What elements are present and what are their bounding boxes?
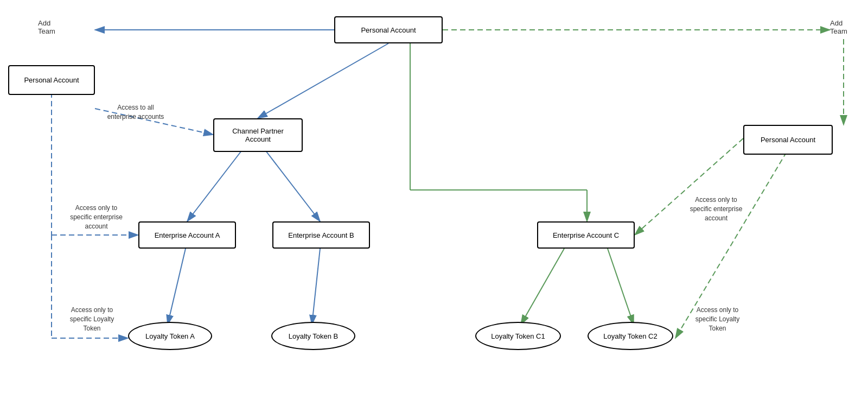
personal-account-right: Personal Account [743, 125, 833, 155]
label-access-specific-loyalty-right: Access only tospecific LoyaltyToken [675, 306, 760, 333]
enterprise-account-b: Enterprise Account B [272, 221, 370, 249]
enterprise-account-a: Enterprise Account A [138, 221, 236, 249]
label-access-specific-loyalty-left: Access only tospecific LoyaltyToken [50, 306, 134, 333]
arrow-ent-b-to-loyalty-b [312, 249, 320, 325]
loyalty-token-c1: Loyalty Token C1 [475, 322, 561, 350]
loyalty-token-b: Loyalty Token B [271, 322, 355, 350]
add-team-left-label: AddTeam [38, 19, 55, 35]
arrow-channel-to-ent-a [187, 151, 241, 221]
personal-account-top: Personal Account [334, 16, 443, 43]
arrow-personal-to-channel [258, 43, 388, 118]
arrow-channel-to-ent-b [266, 151, 320, 221]
enterprise-account-c: Enterprise Account C [537, 221, 635, 249]
label-access-all-enterprise: Access to allenterprise accounts [92, 103, 179, 122]
green-ent-c-to-c1 [521, 249, 564, 325]
channel-partner-account: Channel PartnerAccount [213, 118, 303, 152]
loyalty-token-c2: Loyalty Token C2 [588, 322, 673, 350]
green-ent-c-to-c2 [608, 249, 634, 325]
label-access-specific-enterprise-right: Access only tospecific enterpriseaccount [673, 195, 760, 223]
loyalty-token-a: Loyalty Token A [128, 322, 212, 350]
label-access-specific-enterprise-left: Access only tospecific enterpriseaccount [54, 204, 138, 231]
add-team-right-label: AddTeam [830, 19, 847, 35]
arrow-ent-a-to-loyalty-a [168, 249, 186, 325]
diagram-container: AddTeam AddTeam Personal Account Persona… [0, 0, 868, 400]
personal-account-left: Personal Account [8, 65, 95, 95]
